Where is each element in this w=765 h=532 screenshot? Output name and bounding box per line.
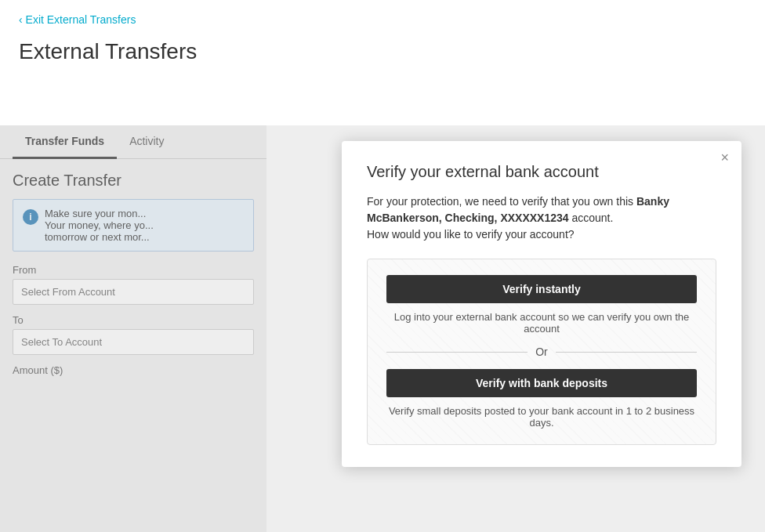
verify-modal: × Verify your external bank account For … bbox=[342, 141, 741, 467]
verify-deposits-desc: Verify small deposits posted to your ban… bbox=[386, 405, 697, 429]
exit-link[interactable]: ‹ Exit External Transfers bbox=[19, 13, 136, 26]
modal-desc-prefix: For your protection, we need to verify t… bbox=[367, 195, 636, 208]
or-text: Or bbox=[535, 346, 548, 358]
verify-instantly-desc: Log into your external bank account so w… bbox=[386, 311, 697, 335]
modal-close-button[interactable]: × bbox=[720, 150, 729, 165]
modal-question: How would you like to verify your accoun… bbox=[367, 228, 575, 241]
modal-description: For your protection, we need to verify t… bbox=[367, 194, 716, 243]
verify-deposits-button[interactable]: Verify with bank deposits bbox=[386, 369, 697, 397]
or-line-left bbox=[386, 352, 528, 353]
modal-desc-suffix: account. bbox=[569, 212, 614, 224]
or-divider: Or bbox=[386, 346, 697, 358]
or-line-right bbox=[556, 352, 697, 353]
verify-options-box: Verify instantly Log into your external … bbox=[367, 259, 716, 445]
verify-instantly-button[interactable]: Verify instantly bbox=[386, 275, 697, 303]
header: ‹ Exit External Transfers External Trans… bbox=[0, 0, 765, 83]
modal-backdrop: × Verify your external bank account For … bbox=[0, 125, 765, 532]
modal-title: Verify your external bank account bbox=[367, 163, 716, 181]
page-title: External Transfers bbox=[19, 39, 746, 64]
